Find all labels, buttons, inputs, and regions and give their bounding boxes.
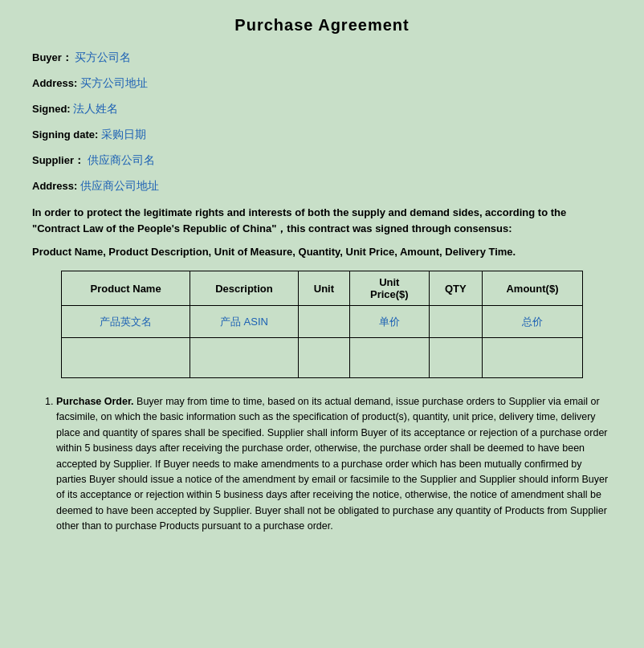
- col-unit: Unit: [298, 271, 349, 306]
- table-row: [62, 338, 583, 378]
- cell-unit-price-empty: [350, 338, 429, 378]
- address-value: 买方公司地址: [80, 76, 148, 89]
- cell-description: 产品 ASIN: [190, 306, 299, 338]
- cell-amount: 总价: [483, 306, 583, 338]
- col-unit-price: UnitPrice($): [350, 271, 429, 306]
- supplier-label: Supplier：: [32, 154, 84, 166]
- col-description: Description: [190, 271, 299, 306]
- col-amount: Amount($): [483, 271, 583, 306]
- signed-field: Signed: 法人姓名: [32, 102, 612, 116]
- buyer-field: Buyer： 买方公司名: [32, 51, 612, 65]
- cell-description-empty: [190, 338, 299, 378]
- supplier-field: Supplier： 供应商公司名: [32, 153, 612, 168]
- address-field: Address: 买方公司地址: [32, 76, 612, 91]
- clauses-section: Purchase Order. Buyer may from time to t…: [32, 394, 612, 534]
- cell-product-name: 产品英文名: [62, 306, 190, 338]
- field-list: Product Name, Product Description, Unit …: [32, 246, 612, 258]
- col-qty: QTY: [429, 271, 483, 306]
- buyer-value: 买方公司名: [75, 51, 131, 63]
- supplier-address-field: Address: 供应商公司地址: [32, 179, 612, 194]
- address-label: Address:: [32, 77, 77, 89]
- clause-1: Purchase Order. Buyer may from time to t…: [56, 394, 612, 534]
- intro-paragraph: In order to protect the legitimate right…: [32, 205, 612, 236]
- document-title: Purchase Agreement: [32, 16, 612, 35]
- supplier-address-label: Address:: [32, 180, 77, 192]
- signing-date-field: Signing date: 采购日期: [32, 128, 612, 142]
- table-row: 产品英文名 产品 ASIN 单价 总价: [62, 306, 583, 338]
- cell-unit-empty: [298, 338, 349, 378]
- cell-qty-empty: [429, 338, 483, 378]
- col-product-name: Product Name: [62, 271, 190, 306]
- signing-date-label: Signing date:: [32, 128, 98, 141]
- buyer-label: Buyer：: [32, 51, 72, 63]
- signing-date-value: 采购日期: [101, 128, 146, 141]
- clause-1-title: Purchase Order.: [56, 396, 134, 407]
- cell-unit: [298, 306, 349, 338]
- products-table: Product Name Description Unit UnitPrice(…: [61, 271, 583, 378]
- supplier-address-value: 供应商公司地址: [80, 179, 159, 192]
- supplier-value: 供应商公司名: [88, 153, 155, 166]
- cell-unit-price: 单价: [350, 306, 429, 338]
- signed-value: 法人姓名: [73, 102, 118, 115]
- signed-label: Signed:: [32, 103, 71, 115]
- cell-amount-empty: [483, 338, 583, 378]
- clause-1-text: Buyer may from time to time, based on it…: [56, 396, 608, 532]
- cell-qty: [429, 306, 483, 338]
- cell-product-name-empty: [62, 338, 190, 378]
